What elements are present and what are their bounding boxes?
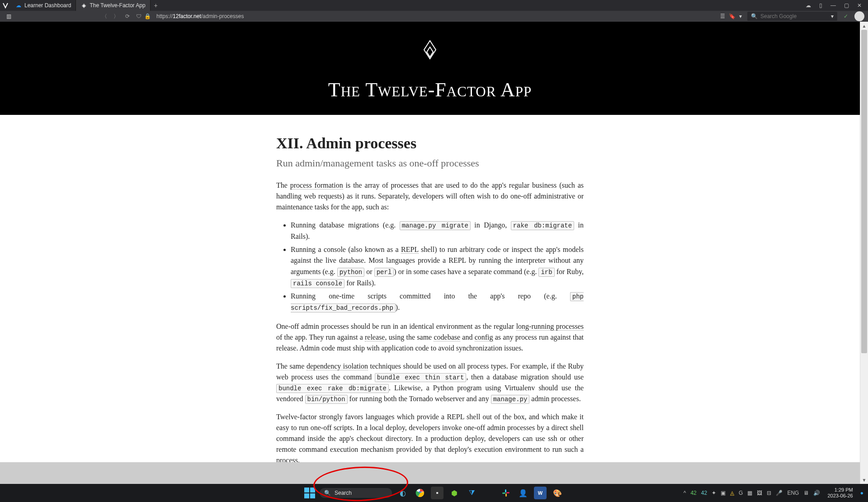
search-label: Search — [335, 490, 352, 496]
tray-icon[interactable]: 42 — [701, 490, 707, 496]
tray-icon[interactable]: ▣ — [721, 490, 726, 496]
tab-twelve-factor[interactable]: ◈ The Twelve-Factor App — [76, 0, 150, 11]
window-controls: ☁ ▯ — ▢ ✕ — [805, 1, 868, 9]
new-tab-button[interactable]: + — [151, 0, 161, 11]
taskbar-center: 🔍 Search ◐ ▪ ⬢ ⧩ 👤 W 🎨 — [304, 487, 564, 499]
link-codebase[interactable]: codebase — [434, 333, 460, 341]
vivaldi-logo-icon[interactable] — [0, 0, 11, 11]
site-header: The Twelve-Factor App — [0, 22, 860, 115]
search-box[interactable]: 🔍 ▾ — [747, 12, 837, 21]
nav-buttons: 〈 〉 ⟳ — [98, 12, 133, 21]
maximize-button[interactable]: ▢ — [843, 1, 850, 9]
site-logo-icon[interactable] — [422, 40, 438, 69]
taskbar-search[interactable]: 🔍 Search — [320, 488, 392, 498]
volume-icon[interactable]: 🔊 — [813, 490, 820, 496]
start-button[interactable] — [304, 488, 315, 498]
shield-icon[interactable]: 🛡 — [136, 13, 142, 19]
code-snippet: irb — [538, 268, 554, 277]
link-repl[interactable]: REPL — [401, 246, 419, 254]
app-icon[interactable]: 👤 — [517, 487, 529, 499]
lock-icon[interactable]: 🔒 — [144, 13, 151, 19]
avatar[interactable] — [854, 11, 864, 21]
task-list: Running database migrations (e.g. manage… — [291, 220, 584, 313]
search-icon: 🔍 — [751, 13, 758, 19]
code-snippet: bundle exec rake db:migrate — [276, 384, 389, 393]
windows-taskbar: 🔍 Search ◐ ▪ ⬢ ⧩ 👤 W 🎨 ^ 42 42 ✦ ▣ ◬ G ▦… — [0, 484, 868, 502]
list-item: Running a console (also known as a REPL … — [291, 244, 584, 289]
tab-strip: ☁ Learner Dashboard ◈ The Twelve-Factor … — [11, 0, 161, 11]
code-snippet: bundle exec thin start — [375, 373, 467, 382]
tray-icon[interactable]: ▦ — [747, 490, 752, 496]
vscode-icon[interactable]: ⧩ — [465, 487, 478, 499]
link-dependency-isolation[interactable]: dependency isolation — [307, 362, 368, 370]
minimize-button[interactable]: — — [830, 1, 837, 9]
app-icon[interactable] — [482, 487, 495, 499]
scroll-down-icon[interactable]: ▼ — [860, 476, 868, 484]
copilot-icon[interactable]: ◐ — [396, 487, 409, 499]
svg-rect-2 — [505, 489, 506, 493]
system-tray: ^ 42 42 ✦ ▣ ◬ G ▦ 🖼 ⊟ 🎤 ENG 🖥 🔊 1:29 PM … — [684, 487, 868, 499]
svg-rect-4 — [505, 493, 507, 497]
code-snippet: rails console — [291, 279, 344, 288]
date-label: 2023-06-26 — [827, 493, 853, 499]
chrome-icon[interactable] — [414, 487, 426, 499]
cloud-sync-icon[interactable]: ☁ — [805, 1, 812, 9]
link-config[interactable]: config — [475, 333, 493, 341]
back-button[interactable]: 〈 — [101, 12, 108, 21]
code-snippet: manage.py migrate — [400, 221, 471, 230]
panel-toggle-icon[interactable]: ▥ — [4, 13, 14, 19]
article-content: XII. Admin processes Run admin/managemen… — [276, 135, 584, 466]
code-snippet: manage.py — [491, 395, 530, 404]
app-icon[interactable]: ⬢ — [448, 487, 461, 499]
link-release[interactable]: release — [365, 333, 385, 341]
paragraph-2: One-off admin processes should be run in… — [276, 321, 584, 354]
svg-rect-3 — [502, 493, 505, 494]
svg-rect-5 — [506, 492, 509, 493]
reader-icon[interactable]: ☰ — [720, 13, 725, 19]
chevron-down-icon[interactable]: ▾ — [831, 13, 834, 19]
chevron-up-icon[interactable]: ^ — [684, 490, 686, 496]
scroll-up-icon[interactable]: ▲ — [860, 22, 868, 30]
cloud-icon: ☁ — [15, 2, 22, 9]
paragraph-1: The process formation is the array of pr… — [276, 180, 584, 213]
network-icon[interactable]: 🖥 — [803, 490, 809, 496]
paragraph-3: The same dependency isolation techniques… — [276, 361, 584, 404]
tray-icon[interactable]: 🖼 — [757, 490, 762, 496]
taskbar-clock[interactable]: 1:29 PM 2023-06-26 — [825, 487, 855, 499]
tray-icon[interactable]: ◬ — [730, 490, 734, 496]
weather-icon[interactable]: 42 — [690, 490, 696, 496]
slack-icon[interactable] — [500, 487, 512, 499]
bookmark-icon[interactable]: 🔖 — [729, 13, 736, 19]
page-heading: XII. Admin processes — [276, 135, 584, 152]
word-icon[interactable]: W — [534, 487, 547, 499]
reload-button[interactable]: ⟳ — [124, 12, 131, 20]
dropdown-icon[interactable]: ▾ — [739, 13, 742, 19]
link-process-formation[interactable]: process formation — [290, 181, 343, 189]
check-icon[interactable]: ✓ — [840, 13, 852, 19]
language-indicator[interactable]: ENG — [787, 490, 799, 496]
panel-icon[interactable]: ▯ — [818, 1, 823, 9]
forward-button[interactable]: 〉 — [113, 12, 120, 21]
webpage-viewport: The Twelve-Factor App XII. Admin process… — [0, 22, 860, 484]
notifications-icon[interactable]: ● — [860, 490, 863, 496]
site-title[interactable]: The Twelve-Factor App — [0, 78, 860, 101]
tray-icon[interactable]: ⊟ — [767, 490, 771, 496]
scrollbar-thumb[interactable] — [861, 30, 867, 353]
tray-icon[interactable]: ✦ — [712, 490, 716, 496]
tab-learner-dashboard[interactable]: ☁ Learner Dashboard — [11, 0, 76, 11]
url-field[interactable]: https://12factor.net/admin-processes — [154, 13, 717, 19]
code-snippet: python — [337, 268, 364, 277]
app-icon[interactable]: 🎨 — [551, 487, 564, 499]
search-input[interactable] — [760, 13, 828, 19]
list-item: Running database migrations (e.g. manage… — [291, 220, 584, 242]
paragraph-4: Twelve-factor strongly favors languages … — [276, 412, 584, 466]
link-long-running[interactable]: long-running processes — [516, 322, 584, 331]
code-snippet: perl — [374, 268, 394, 277]
close-button[interactable]: ✕ — [856, 1, 863, 9]
vertical-scrollbar[interactable]: ▲ ▼ — [860, 22, 868, 484]
microphone-icon[interactable]: 🎤 — [776, 490, 783, 496]
browser-titlebar: ☁ Learner Dashboard ◈ The Twelve-Factor … — [0, 0, 868, 11]
terminal-icon[interactable]: ▪ — [431, 487, 443, 499]
tray-icon[interactable]: G — [739, 490, 743, 496]
search-icon: 🔍 — [324, 490, 331, 496]
